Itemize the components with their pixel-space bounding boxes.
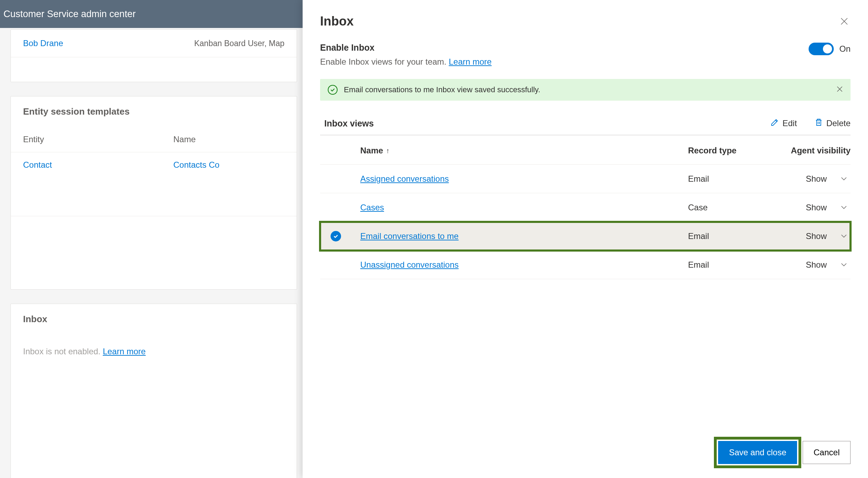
col-entity: Entity [23, 135, 173, 144]
table-row[interactable]: CasesCaseShow [320, 193, 851, 222]
sort-arrow-icon: ↑ [386, 147, 389, 155]
trash-icon [815, 118, 823, 129]
visibility-column-header[interactable]: Agent visibility [779, 146, 851, 155]
edit-label: Edit [782, 118, 797, 128]
table-row[interactable]: Assigned conversationsEmailShow [320, 165, 851, 193]
enable-inbox-desc: Enable Inbox views for your team. [320, 57, 449, 66]
edit-button[interactable]: Edit [771, 118, 797, 129]
row-checkbox[interactable] [320, 231, 360, 241]
record-type-column-header[interactable]: Record type [688, 146, 779, 155]
save-and-close-button[interactable]: Save and close [718, 441, 797, 464]
table-row[interactable]: Email conversations to meEmailShow [320, 222, 851, 251]
view-link[interactable]: Assigned conversations [360, 174, 449, 183]
visibility-dropdown[interactable]: Show [779, 231, 851, 241]
record-type-cell: Email [688, 231, 779, 241]
chevron-down-icon [841, 232, 847, 240]
banner-close-icon[interactable] [837, 85, 843, 94]
pencil-icon [771, 118, 779, 129]
inbox-section-title: Inbox [11, 304, 297, 334]
view-link[interactable]: Email conversations to me [360, 231, 458, 241]
table-header: Name ↑ Record type Agent visibility [320, 137, 851, 165]
enable-toggle[interactable] [809, 43, 834, 55]
panel-title: Inbox [320, 14, 354, 29]
visibility-dropdown[interactable]: Show [779, 174, 851, 184]
inbox-disabled-text: Inbox is not enabled. [23, 347, 103, 356]
delete-label: Delete [826, 118, 851, 128]
app-title: Customer Service admin center [3, 9, 136, 20]
table-row[interactable]: Unassigned conversationsEmailShow [320, 251, 851, 279]
chevron-down-icon [841, 261, 847, 268]
cancel-button[interactable]: Cancel [803, 441, 851, 464]
success-banner: Email conversations to me Inbox view sav… [320, 79, 851, 101]
chevron-down-icon [841, 175, 847, 182]
record-type-cell: Email [688, 174, 779, 184]
chevron-down-icon [841, 204, 847, 211]
inbox-learn-more[interactable]: Learn more [103, 347, 146, 356]
close-icon[interactable] [838, 15, 851, 28]
view-link[interactable]: Cases [360, 203, 384, 212]
entity-row-link[interactable]: Contact [23, 160, 52, 169]
record-type-cell: Email [688, 260, 779, 270]
inbox-views-title: Inbox views [320, 118, 374, 129]
success-check-icon [328, 85, 338, 95]
delete-button[interactable]: Delete [815, 118, 851, 129]
visibility-dropdown[interactable]: Show [779, 203, 851, 212]
enable-learn-more[interactable]: Learn more [449, 57, 492, 66]
record-type-cell: Case [688, 203, 779, 212]
success-message: Email conversations to me Inbox view sav… [344, 85, 540, 94]
entity-section-title: Entity session templates [11, 96, 297, 127]
col-name: Name [173, 135, 196, 144]
checkmark-icon [331, 231, 341, 241]
enable-inbox-label: Enable Inbox [320, 43, 492, 53]
user-roles: Kanban Board User, Map [194, 39, 284, 48]
view-link[interactable]: Unassigned conversations [360, 260, 459, 269]
toggle-state: On [839, 44, 851, 54]
user-link[interactable]: Bob Drane [23, 38, 63, 48]
entity-name-link[interactable]: Contacts Co [173, 160, 219, 169]
visibility-dropdown[interactable]: Show [779, 260, 851, 270]
name-column-header[interactable]: Name ↑ [360, 146, 688, 155]
inbox-panel: Inbox Enable Inbox Enable Inbox views fo… [303, 0, 868, 478]
